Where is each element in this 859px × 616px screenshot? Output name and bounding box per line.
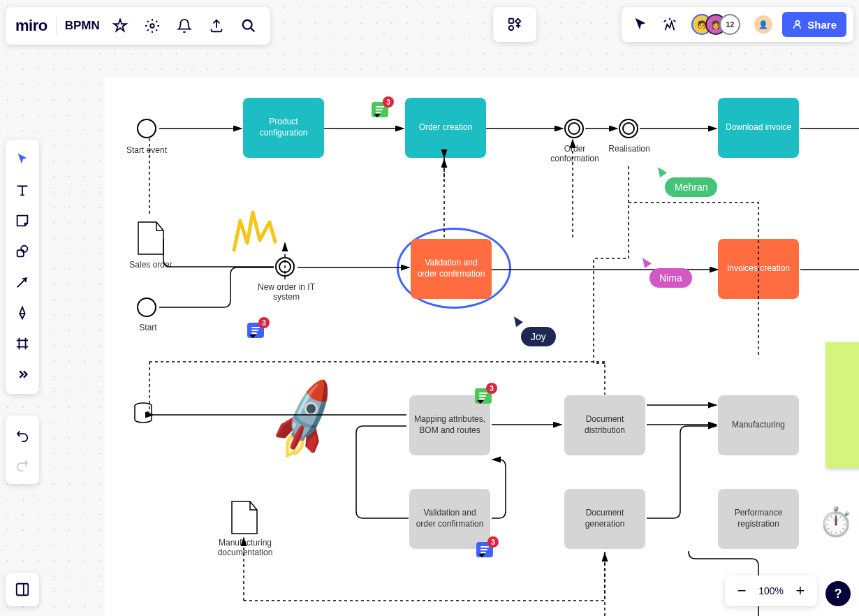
search-icon[interactable] [237,14,260,38]
svg-point-6 [21,246,27,252]
comment-badge: 3 [487,536,499,548]
reactions-icon[interactable] [658,13,682,36]
document-shape[interactable] [137,221,165,256]
comment-icon[interactable]: 3 [476,542,493,557]
svg-rect-2 [509,19,513,23]
document-shape[interactable] [230,500,258,535]
zoom-toolbar: − 100% + [725,575,817,606]
cursor-tool-icon[interactable] [629,13,652,36]
database-shape[interactable] [134,402,152,423]
rocket-emoji[interactable]: 🚀 [258,375,352,466]
collaborator-cursor-mehran: Mehran [656,166,717,197]
mfg-doc-label: Manufacturing documentation [193,538,298,557]
new-order-it-label: New order in IT system [253,282,320,302]
zoom-in-button[interactable]: + [792,582,809,599]
board-name[interactable]: BPMN [65,19,100,33]
apps-icon[interactable] [503,13,527,36]
zoom-level[interactable]: 100% [758,585,784,596]
comment-icon[interactable]: 3 [475,388,492,404]
cursor-label: Mehran [665,177,717,197]
svg-point-0 [150,24,154,28]
select-tool[interactable] [10,147,35,172]
start-circle[interactable] [137,298,156,317]
comment-badge: 3 [383,96,394,108]
start-event-circle[interactable] [137,119,156,138]
task-perf-reg[interactable]: Performance registration [718,489,799,549]
start-event-label: Start event [124,145,169,155]
task-manufacturing[interactable]: Manufacturing [718,395,799,455]
apps-toolbar [493,7,536,42]
comment-icon[interactable]: 3 [247,323,264,338]
sales-order-label: Sales order [124,260,177,270]
zoom-out-button[interactable]: − [733,582,750,599]
comment-badge: 3 [258,317,270,328]
pen-tool[interactable] [10,300,35,325]
order-conf-label: Order conformation [548,144,602,163]
undo-button[interactable] [10,423,35,448]
svg-rect-7 [17,584,29,596]
collaborator-avatars[interactable]: 🧑 👩 12 [691,14,740,35]
comment-icon[interactable]: 3 [372,102,388,117]
stopwatch-emoji[interactable]: ⏱️ [818,506,853,538]
canvas[interactable]: Start event Product configuration Order … [105,77,859,616]
task-doc-gen[interactable]: Document generation [564,489,645,549]
user-avatar[interactable]: 👤 [753,14,774,35]
tools-toolbar [6,140,39,394]
text-tool[interactable] [10,177,35,203]
collaborator-cursor-nima: Nima [641,257,692,288]
arrow-tool[interactable] [10,270,35,295]
export-icon[interactable] [205,14,228,38]
task-doc-dist[interactable]: Document distribution [564,395,645,455]
settings-icon[interactable] [140,14,164,38]
task-invoices-creation[interactable]: Invoices creation [718,239,799,299]
task-validation-conf[interactable]: Validation and order confirmation [411,239,492,299]
comment-badge: 3 [486,383,497,394]
help-button[interactable]: ? [825,581,851,606]
shapes-tool[interactable] [10,239,35,264]
task-download-invoice[interactable]: Download invoice [718,98,799,158]
intermediate-event[interactable] [564,119,584,138]
redo-button[interactable] [10,452,35,477]
undo-redo-toolbar [6,416,39,484]
more-tools[interactable] [10,362,35,387]
star-icon[interactable] [108,14,132,38]
sticky-tool[interactable] [10,208,35,233]
svg-point-1 [243,20,252,29]
cursor-label: Nima [649,268,692,288]
top-right-toolbar: 🧑 👩 12 👤 Share [622,7,853,42]
intermediate-event[interactable] [275,257,295,277]
task-order-creation[interactable]: Order creation [405,98,486,158]
notifications-icon[interactable] [172,14,196,38]
miro-logo[interactable]: miro [15,17,47,35]
realisation-label: Realisation [608,144,651,154]
cursor-label: Joy [521,327,556,346]
task-validation2[interactable]: Validation and order confirmation [409,489,490,549]
minimap-button[interactable] [6,573,39,606]
top-left-toolbar: miro BPMN [6,7,270,45]
intermediate-event[interactable] [619,119,638,138]
sticky-note[interactable] [825,342,859,468]
share-button[interactable]: Share [782,12,846,37]
collaborator-cursor-joy: Joy [513,316,556,346]
share-label: Share [807,19,837,31]
svg-point-3 [509,26,513,30]
svg-point-4 [796,21,800,24]
start-label: Start [135,323,161,332]
frame-tool[interactable] [10,331,35,356]
avatar-count[interactable]: 12 [719,14,740,35]
task-product-config[interactable]: Product configuration [243,98,324,158]
scribble-annotation [230,207,279,256]
